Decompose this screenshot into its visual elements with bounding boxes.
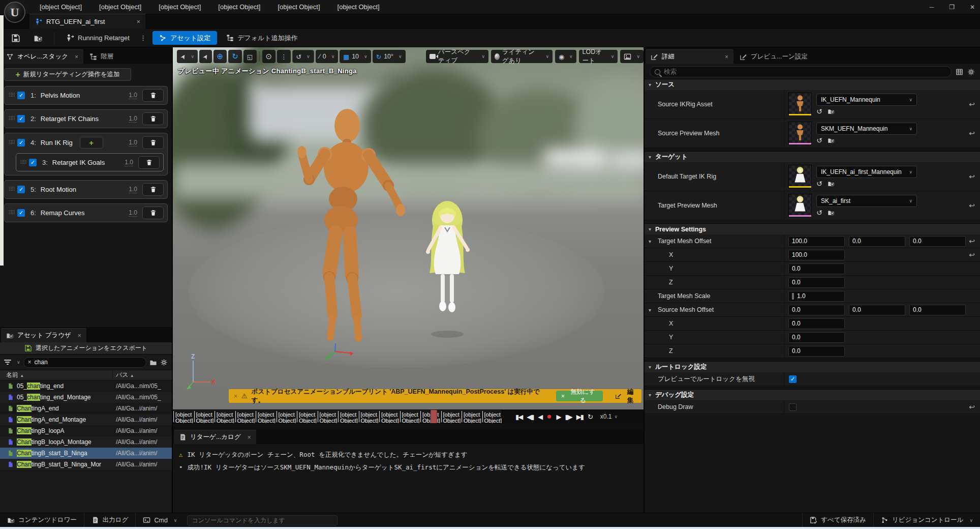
transport-record-button[interactable]: ● xyxy=(546,412,552,422)
asset-row[interactable]: ChantingB_start_B_Ninga_Mor /All/Ga...i/… xyxy=(0,459,172,470)
grid-snap-button[interactable]: ▦10∨ xyxy=(340,50,371,63)
disable-postprocess-button[interactable]: ×無効にする xyxy=(556,391,603,401)
menu-item[interactable]: [object Object] xyxy=(278,3,320,11)
drag-handle-icon[interactable]: ⠿⠿ xyxy=(8,92,14,99)
close-tab-icon[interactable]: × xyxy=(248,434,251,441)
drag-handle-icon[interactable]: ⠿⠿ xyxy=(8,115,14,122)
reset-to-default-icon[interactable]: ↩ xyxy=(969,129,975,137)
clear-search-icon[interactable]: × xyxy=(28,359,32,366)
reset-to-default-icon[interactable]: ↩ xyxy=(969,172,975,181)
select-tool-button[interactable]: ➤ xyxy=(199,50,211,63)
cmd-dropdown-button[interactable]: Cmd ∨ xyxy=(136,513,184,527)
surface-snap-button[interactable]: ∕0∨ xyxy=(316,50,339,63)
save-search-folder-icon[interactable] xyxy=(149,359,157,366)
retarget-options-dots-button[interactable]: ⋮ xyxy=(139,32,147,44)
ignore-root-lock-checkbox[interactable]: ✓ xyxy=(789,375,797,383)
y-value-field[interactable]: 0.0 xyxy=(788,332,845,343)
delete-op-button[interactable] xyxy=(142,112,164,125)
asset-search-input[interactable] xyxy=(35,359,142,366)
caret-down-icon[interactable]: ▾ xyxy=(649,307,651,313)
z-value-field[interactable]: 0.0 xyxy=(788,346,845,357)
asset-row[interactable]: ChantingA_end_Montage /All/Ga...i/anim/ xyxy=(0,414,172,425)
menu-item[interactable]: [object Object] xyxy=(159,3,201,11)
gizmo-options-dots-button[interactable]: ⋮ xyxy=(277,50,291,63)
source-offset-x-field[interactable]: 0.0 xyxy=(788,305,845,315)
asset-row[interactable]: ChantingB_start_B_Ninga /All/Ga...i/anim… xyxy=(0,448,172,459)
z-value-field[interactable]: 0.0 xyxy=(788,277,845,288)
delete-op-button[interactable] xyxy=(138,156,160,169)
timeline-playhead[interactable] xyxy=(431,410,437,424)
filter-chevron-icon[interactable]: ∨ xyxy=(17,360,20,365)
tab-details[interactable]: 詳細 × xyxy=(646,49,733,64)
drag-handle-icon[interactable]: ⠿⠿ xyxy=(8,186,14,193)
op-weight-value[interactable]: 1.0 xyxy=(129,115,137,123)
screenshot-button[interactable]: ∨ xyxy=(620,50,644,63)
delete-op-button[interactable] xyxy=(142,183,164,196)
op-weight-value[interactable]: 1.0 xyxy=(129,186,137,193)
asset-row[interactable]: ChantingB_loopA_Montage /All/Ga...i/anim… xyxy=(0,436,172,448)
transport-loop-button[interactable]: ↻ xyxy=(588,413,592,421)
tab-preview-scene-settings[interactable]: プレビュ...ーン設定 xyxy=(734,49,813,64)
slider-grip[interactable] xyxy=(792,293,794,300)
asset-thumbnail[interactable] xyxy=(788,165,812,188)
drag-handle-icon[interactable]: ⠿⠿ xyxy=(8,139,14,146)
op-weight-value[interactable]: 1.0 xyxy=(129,92,137,99)
content-drawer-button[interactable]: コンテンツドロワー xyxy=(0,513,84,527)
target-character[interactable] xyxy=(414,196,480,343)
maximize-button[interactable]: ❐ xyxy=(949,4,955,11)
drag-handle-icon[interactable]: ⠿⠿ xyxy=(8,210,14,216)
asset-row[interactable]: 05_chanting_end_Montage /All/Ga...nim/05… xyxy=(0,392,172,403)
view-mode-lit-button[interactable]: ライティングあり∨ xyxy=(491,50,553,63)
transport-step-back-button[interactable]: ◀▮ xyxy=(527,413,533,421)
reset-to-default-icon[interactable]: ↩ xyxy=(969,100,975,108)
asset-thumbnail[interactable] xyxy=(788,93,812,116)
rotation-mode-button[interactable]: ↺∨ xyxy=(292,50,314,63)
menu-item[interactable]: [object Object] xyxy=(99,3,141,11)
asset-thumbnail[interactable] xyxy=(788,194,812,217)
reset-to-default-icon[interactable]: ↩ xyxy=(969,237,975,245)
asset-row[interactable]: 05_chanting_end /All/Ga...nim/05_ xyxy=(0,380,172,392)
lod-auto-button[interactable]: LODオート∨ xyxy=(579,50,618,63)
tab-hierarchy[interactable]: 階層 xyxy=(84,49,118,64)
transport-step-forward-button[interactable]: ▮▶ xyxy=(565,413,572,421)
section-debug[interactable]: ▾デバッグ設定 xyxy=(645,389,980,400)
drag-handle-icon[interactable]: ⠿⠿ xyxy=(20,159,26,166)
menu-item[interactable]: [object Object] xyxy=(338,3,380,11)
translate-gizmo[interactable] xyxy=(323,342,358,363)
op-enabled-checkbox[interactable]: ✓ xyxy=(17,115,25,123)
add-retarget-op-button[interactable]: + 新規リターゲティング操作を追加 xyxy=(4,68,131,81)
filter-funnel-icon[interactable] xyxy=(4,360,11,365)
target-offset-z-field[interactable]: 0.0 xyxy=(909,236,966,247)
settings-gear-icon[interactable] xyxy=(967,68,975,76)
use-selected-asset-icon[interactable]: ↺ xyxy=(816,180,822,188)
use-selected-asset-icon[interactable]: ↺ xyxy=(816,107,822,115)
browse-to-asset-icon[interactable] xyxy=(828,108,835,115)
target-ikrig-dropdown[interactable]: IK_UEFN_ai_first_Mannequin∨ xyxy=(816,166,917,178)
use-selected-asset-icon[interactable]: ↺ xyxy=(816,136,822,144)
default-add-ops-button[interactable]: デフォルト追加操作 xyxy=(222,32,302,45)
all-saved-button[interactable]: すべて保存済み xyxy=(803,513,873,527)
delete-op-button[interactable] xyxy=(142,136,164,149)
close-tab-icon[interactable]: × xyxy=(136,18,140,25)
browse-to-asset-button[interactable] xyxy=(29,32,47,45)
details-search-input[interactable] xyxy=(664,68,946,75)
source-offset-z-field[interactable]: 0.0 xyxy=(909,305,966,315)
use-selected-asset-icon[interactable]: ↺ xyxy=(816,209,822,217)
transport-play-reverse-button[interactable]: ◀ xyxy=(538,413,542,421)
op-enabled-checkbox[interactable]: ✓ xyxy=(17,209,25,217)
close-tab-icon[interactable]: × xyxy=(75,53,78,61)
display-grid-icon[interactable] xyxy=(956,68,963,76)
asset-settings-button[interactable]: アセット設定 xyxy=(152,31,217,45)
target-offset-x-field[interactable]: 100.0 xyxy=(788,236,845,247)
op-enabled-checkbox[interactable]: ✓ xyxy=(29,159,37,166)
target-scale-field[interactable]: 1.0 xyxy=(788,291,845,302)
tab-asset-browser[interactable]: アセット ブラウザ × xyxy=(1,328,86,342)
save-button[interactable] xyxy=(7,32,24,45)
transport-play-button[interactable]: ▶ xyxy=(557,413,561,421)
browse-to-asset-icon[interactable] xyxy=(828,137,835,144)
rotation-snap-button[interactable]: ↻10°∨ xyxy=(373,50,406,63)
source-mesh-dropdown[interactable]: SKM_UEFN_Mannequin∨ xyxy=(816,123,917,135)
op-row-run-ik-rig[interactable]: ⠿⠿ ✓ 4: Run IK Rig + 1.0 xyxy=(5,133,167,152)
rotate-tool-button[interactable]: ↻ xyxy=(228,50,242,63)
output-log-button[interactable]: 出力ログ xyxy=(84,513,136,527)
